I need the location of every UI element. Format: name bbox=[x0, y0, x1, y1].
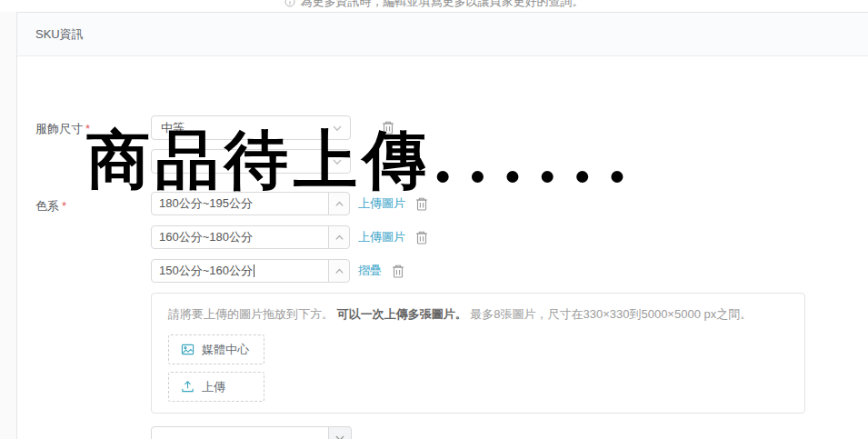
sku-section-card: SKU資訊 服飾尺寸* 中等 色系* 180公分~195公分 上傳圖 bbox=[16, 12, 868, 439]
upload-image-link[interactable]: 上傳圖片 bbox=[358, 195, 405, 212]
color-row: 180公分~195公分 上傳圖片 bbox=[151, 192, 429, 215]
color-field-label: 色系* bbox=[35, 198, 66, 215]
collapse-toggle-button[interactable] bbox=[328, 225, 350, 249]
color-label-text: 色系 bbox=[35, 199, 59, 213]
color-input-1[interactable]: 180公分~195公分 bbox=[151, 192, 329, 215]
chevron-up-icon bbox=[334, 266, 344, 276]
upload-hint-bold: 可以一次上傳多張圖片。 bbox=[337, 307, 467, 321]
chevron-up-icon bbox=[334, 199, 344, 209]
collapse-toggle-button[interactable] bbox=[328, 192, 350, 215]
color-delete-button[interactable] bbox=[414, 196, 429, 212]
collapse-link[interactable]: 摺疊 bbox=[358, 263, 382, 279]
color-input-3[interactable]: 150公分~160公分 bbox=[151, 259, 329, 283]
color-value-2: 160公分~180公分 bbox=[159, 229, 253, 245]
upload-icon bbox=[181, 380, 195, 394]
color-value-3: 150公分~160公分 bbox=[159, 263, 253, 279]
size-delete-button[interactable] bbox=[381, 120, 395, 135]
notice-text: 為更多資訊時，編輯並填寫更多以讓買家更好的查詢。 bbox=[301, 0, 584, 10]
media-center-button[interactable]: 媒體中心 bbox=[168, 334, 264, 364]
color-delete-button[interactable] bbox=[391, 264, 405, 279]
top-notice-bar: 為更多資訊時，編輯並填寫更多以讓買家更好的查詢。 bbox=[0, 0, 868, 12]
required-mark: * bbox=[85, 122, 90, 135]
required-mark: * bbox=[62, 199, 66, 213]
size-secondary-select[interactable] bbox=[151, 149, 351, 174]
upload-image-link[interactable]: 上傳圖片 bbox=[358, 229, 405, 245]
info-circle-icon bbox=[284, 0, 295, 7]
media-center-label: 媒體中心 bbox=[202, 342, 249, 358]
upload-hint: 請將要上傳的圖片拖放到下方。 可以一次上傳多張圖片。 最多8張圖片，尺寸在330… bbox=[168, 306, 788, 323]
collapse-toggle-button[interactable] bbox=[328, 259, 350, 283]
size-label-text: 服飾尺寸 bbox=[35, 122, 83, 135]
extra-variant-input[interactable] bbox=[151, 426, 329, 439]
chevron-down-icon bbox=[332, 156, 343, 167]
chevron-down-icon bbox=[332, 123, 343, 134]
size-select-value: 中等 bbox=[161, 120, 185, 136]
extra-variant-select[interactable] bbox=[151, 426, 352, 439]
chevron-up-icon bbox=[334, 233, 344, 243]
image-upload-dropzone[interactable]: 請將要上傳的圖片拖放到下方。 可以一次上傳多張圖片。 最多8張圖片，尺寸在330… bbox=[151, 293, 805, 414]
size-select[interactable]: 中等 bbox=[151, 115, 351, 140]
color-delete-button[interactable] bbox=[414, 230, 429, 245]
upload-button-label: 上傳 bbox=[202, 379, 225, 395]
color-value-1: 180公分~195公分 bbox=[159, 195, 253, 212]
sku-section-header: SKU資訊 bbox=[17, 13, 868, 56]
color-row: 160公分~180公分 上傳圖片 bbox=[151, 225, 429, 249]
upload-hint-prefix: 請將要上傳的圖片拖放到下方。 bbox=[168, 307, 337, 321]
upload-hint-suffix: 最多8張圖片，尺寸在330×330到5000×5000 px之間。 bbox=[467, 307, 753, 321]
color-row: 150公分~160公分 摺疊 bbox=[151, 259, 405, 283]
section-title: SKU資訊 bbox=[35, 26, 84, 43]
upload-button[interactable]: 上傳 bbox=[168, 372, 264, 402]
chevron-down-icon bbox=[334, 433, 345, 439]
picture-icon bbox=[181, 343, 195, 356]
color-input-2[interactable]: 160公分~180公分 bbox=[151, 225, 329, 249]
text-cursor bbox=[254, 264, 254, 277]
extra-variant-dropdown-button[interactable] bbox=[328, 426, 352, 439]
size-field-label: 服飾尺寸* bbox=[35, 121, 90, 137]
